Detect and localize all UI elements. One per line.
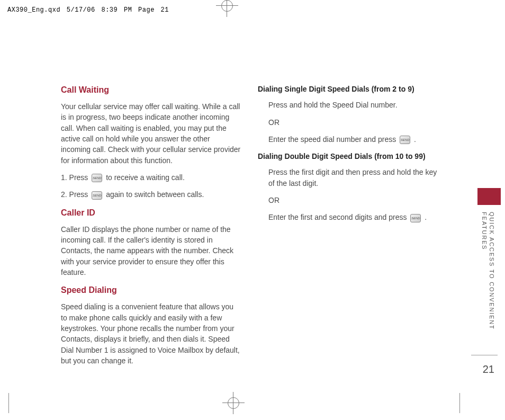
send-key-icon: SEND	[410, 214, 421, 222]
heading-call-waiting: Call Waiting	[61, 84, 241, 96]
registration-mark-top	[221, 0, 233, 12]
heading-double-digit: Dialing Double Digit Speed Dials (from 1…	[258, 151, 438, 162]
step-1: 1. Press SEND to receive a waiting call.	[61, 172, 241, 183]
body-text: Enter the first and second digits and pr…	[268, 212, 438, 222]
section-divider	[471, 355, 498, 355]
right-column: Dialing Single Digit Speed Dials (from 2…	[258, 84, 438, 372]
heading-single-digit: Dialing Single Digit Speed Dials (from 2…	[258, 84, 438, 94]
registration-mark-bottom	[228, 397, 239, 409]
step-2: 2. Press SEND again to switch between ca…	[61, 189, 241, 200]
or-text: OR	[268, 195, 438, 205]
body-text: Your cellular service may offer call wai…	[61, 101, 241, 166]
body-text: Press and hold the Speed Dial number.	[268, 100, 438, 110]
send-key-icon: SEND	[92, 191, 102, 200]
body-text: Caller ID displays the phone number or n…	[61, 224, 241, 278]
proof-header: AX390_Eng.qxd 5/17/06 8:39 PM Page 21	[7, 6, 169, 14]
section-label: QUICK ACCESS TO CONVENIENT FEATURES	[480, 212, 495, 329]
body-text: Press the first digit and then press and…	[268, 167, 438, 189]
page-number: 21	[483, 363, 494, 376]
crop-mark	[459, 393, 460, 413]
or-text: OR	[268, 117, 438, 128]
body-text: Enter the speed dial number and press SE…	[268, 134, 438, 145]
body-text: Speed dialing is a convenient feature th…	[61, 301, 241, 366]
crop-mark	[8, 393, 9, 413]
left-column: Call Waiting Your cellular service may o…	[61, 84, 241, 372]
heading-caller-id: Caller ID	[61, 207, 241, 219]
send-key-icon: SEND	[92, 174, 102, 182]
send-key-icon: SEND	[400, 136, 410, 144]
heading-speed-dialing: Speed Dialing	[61, 284, 241, 296]
section-tab	[477, 188, 501, 205]
